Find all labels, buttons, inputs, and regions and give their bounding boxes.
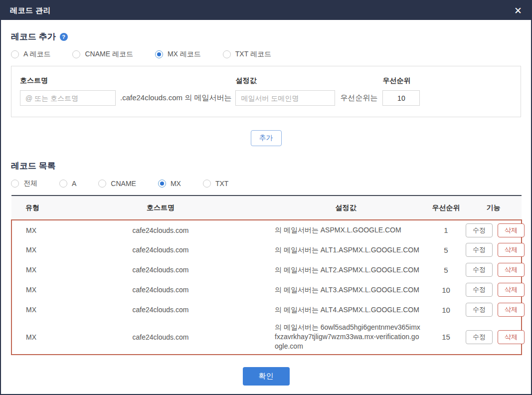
header-value: 설정값 bbox=[265, 196, 427, 220]
priority-field-group: 우선순위 우선순위는 bbox=[340, 76, 420, 106]
delete-button[interactable]: 삭제 bbox=[498, 223, 525, 237]
radio-icon bbox=[11, 50, 19, 58]
edit-button[interactable]: 수정 bbox=[466, 283, 493, 297]
radio-icon bbox=[98, 180, 106, 188]
record-type-radio-group: A 레코드 CNAME 레코드 MX 레코드 TXT 레코드 bbox=[11, 50, 521, 59]
record-type-cell: MX bbox=[11, 220, 56, 240]
edit-button[interactable]: 수정 bbox=[466, 223, 493, 237]
record-actions-cell: 수정 삭제 bbox=[465, 260, 522, 280]
add-button[interactable]: 추가 bbox=[251, 130, 282, 146]
record-filter-radio-group: 전체 A CNAME MX TXT bbox=[11, 179, 521, 188]
add-section-heading: 레코드 추가 ? bbox=[11, 31, 521, 42]
edit-button[interactable]: 수정 bbox=[466, 303, 493, 317]
edit-button[interactable]: 수정 bbox=[466, 243, 493, 257]
value-label: 설정값 bbox=[235, 76, 335, 85]
add-record-form: 호스트명 .cafe24clouds.com 의 메일서버는 설정값 우선순위 … bbox=[11, 66, 521, 117]
record-value-cell: 의 메일서버는 ALT4.ASPMX.L.GOOGLE.COM bbox=[265, 300, 427, 320]
record-table: 유형 호스트명 설정값 우선순위 기능 MX cafe24clouds.com … bbox=[11, 195, 522, 355]
confirm-button[interactable]: 확인 bbox=[243, 367, 290, 386]
record-host-cell: cafe24clouds.com bbox=[56, 280, 265, 300]
delete-button[interactable]: 삭제 bbox=[498, 263, 525, 277]
header-type: 유형 bbox=[11, 196, 56, 220]
record-host-cell: cafe24clouds.com bbox=[56, 300, 265, 320]
table-row: MX cafe24clouds.com 의 메일서버는 ALT3.ASPMX.L… bbox=[11, 280, 522, 300]
header-priority: 우선순위 bbox=[427, 196, 465, 220]
record-management-modal: 레코드 관리 ✕ 레코드 추가 ? A 레코드 CNAME 레코드 MX 레코드… bbox=[0, 0, 532, 395]
add-button-row: 추가 bbox=[11, 130, 521, 146]
record-priority-cell: 10 bbox=[427, 300, 465, 320]
record-host-cell: cafe24clouds.com bbox=[56, 320, 265, 355]
host-input[interactable] bbox=[20, 90, 116, 106]
radio-icon bbox=[223, 50, 231, 58]
radio-icon bbox=[158, 180, 166, 188]
modal-header: 레코드 관리 ✕ bbox=[1, 1, 531, 20]
delete-button[interactable]: 삭제 bbox=[498, 330, 525, 344]
priority-prefix-text: 우선순위는 bbox=[340, 93, 377, 103]
radio-filter-all[interactable]: 전체 bbox=[11, 179, 37, 188]
add-section-title: 레코드 추가 bbox=[11, 31, 56, 42]
delete-button[interactable]: 삭제 bbox=[498, 283, 525, 297]
radio-filter-cname[interactable]: CNAME bbox=[98, 180, 136, 188]
radio-record-type-cname[interactable]: CNAME 레코드 bbox=[72, 50, 133, 59]
table-row: MX cafe24clouds.com 의 메일서버는 ASPMX.L.GOOG… bbox=[11, 220, 522, 240]
record-value-cell: 의 메일서버는 ALT3.ASPMX.L.GOOGLE.COM bbox=[265, 280, 427, 300]
modal-title: 레코드 관리 bbox=[10, 6, 51, 15]
record-value-cell: 의 메일서버는 ASPMX.L.GOOGLE.COM bbox=[265, 220, 427, 240]
radio-filter-a[interactable]: A bbox=[59, 180, 76, 188]
radio-record-type-txt[interactable]: TXT 레코드 bbox=[223, 50, 271, 59]
delete-button[interactable]: 삭제 bbox=[498, 303, 525, 317]
record-type-cell: MX bbox=[11, 240, 56, 260]
table-row: MX cafe24clouds.com 의 메일서버는 ALT1.ASPMX.L… bbox=[11, 240, 522, 260]
record-value-cell: 의 메일서버는 6owl5sad5hgi6gentnmev365imxfxzav… bbox=[265, 320, 427, 355]
record-actions-cell: 수정 삭제 bbox=[465, 320, 522, 355]
radio-icon bbox=[72, 50, 80, 58]
host-label: 호스트명 bbox=[20, 76, 231, 85]
record-priority-cell: 15 bbox=[427, 320, 465, 355]
record-type-cell: MX bbox=[11, 260, 56, 280]
record-host-cell: cafe24clouds.com bbox=[56, 260, 265, 280]
radio-record-type-mx[interactable]: MX 레코드 bbox=[155, 50, 201, 59]
modal-body: 레코드 추가 ? A 레코드 CNAME 레코드 MX 레코드 TXT 레코드 … bbox=[1, 20, 531, 394]
record-actions-cell: 수정 삭제 bbox=[465, 280, 522, 300]
help-icon[interactable]: ? bbox=[60, 33, 68, 41]
record-actions-cell: 수정 삭제 bbox=[465, 240, 522, 260]
record-host-cell: cafe24clouds.com bbox=[56, 220, 265, 240]
record-priority-cell: 5 bbox=[427, 240, 465, 260]
priority-label: 우선순위 bbox=[382, 76, 420, 85]
table-row: MX cafe24clouds.com 의 메일서버는 ALT4.ASPMX.L… bbox=[11, 300, 522, 320]
radio-record-type-a[interactable]: A 레코드 bbox=[11, 50, 50, 59]
radio-icon bbox=[155, 50, 163, 58]
list-section-title: 레코드 목록 bbox=[11, 160, 56, 172]
value-field-group: 설정값 bbox=[235, 76, 335, 106]
record-priority-cell: 1 bbox=[427, 220, 465, 240]
record-table-header: 유형 호스트명 설정값 우선순위 기능 bbox=[11, 196, 522, 220]
header-actions: 기능 bbox=[465, 196, 522, 220]
record-table-body: MX cafe24clouds.com 의 메일서버는 ASPMX.L.GOOG… bbox=[11, 220, 522, 355]
edit-button[interactable]: 수정 bbox=[466, 330, 493, 344]
delete-button[interactable]: 삭제 bbox=[498, 243, 525, 257]
record-host-cell: cafe24clouds.com bbox=[56, 240, 265, 260]
record-priority-cell: 5 bbox=[427, 260, 465, 280]
record-actions-cell: 수정 삭제 bbox=[465, 220, 522, 240]
record-type-cell: MX bbox=[11, 280, 56, 300]
record-type-cell: MX bbox=[11, 320, 56, 355]
host-field-group: 호스트명 .cafe24clouds.com 의 메일서버는 bbox=[20, 76, 231, 106]
domain-suffix-text: .cafe24clouds.com 의 메일서버는 bbox=[120, 93, 231, 103]
value-input[interactable] bbox=[235, 90, 335, 106]
radio-filter-mx[interactable]: MX bbox=[158, 180, 181, 188]
record-value-cell: 의 메일서버는 ALT1.ASPMX.L.GOOGLE.COM bbox=[265, 240, 427, 260]
close-icon[interactable]: ✕ bbox=[514, 6, 522, 15]
header-host: 호스트명 bbox=[56, 196, 265, 220]
radio-filter-txt[interactable]: TXT bbox=[203, 180, 228, 188]
record-value-cell: 의 메일서버는 ALT2.ASPMX.L.GOOGLE.COM bbox=[265, 260, 427, 280]
radio-icon bbox=[59, 180, 67, 188]
priority-input[interactable] bbox=[382, 90, 420, 106]
table-row: MX cafe24clouds.com 의 메일서버는 6owl5sad5hgi… bbox=[11, 320, 522, 355]
confirm-button-row: 확인 bbox=[11, 367, 521, 386]
record-type-cell: MX bbox=[11, 300, 56, 320]
edit-button[interactable]: 수정 bbox=[466, 263, 493, 277]
table-row: MX cafe24clouds.com 의 메일서버는 ALT2.ASPMX.L… bbox=[11, 260, 522, 280]
radio-icon bbox=[203, 180, 211, 188]
record-priority-cell: 10 bbox=[427, 280, 465, 300]
record-actions-cell: 수정 삭제 bbox=[465, 300, 522, 320]
